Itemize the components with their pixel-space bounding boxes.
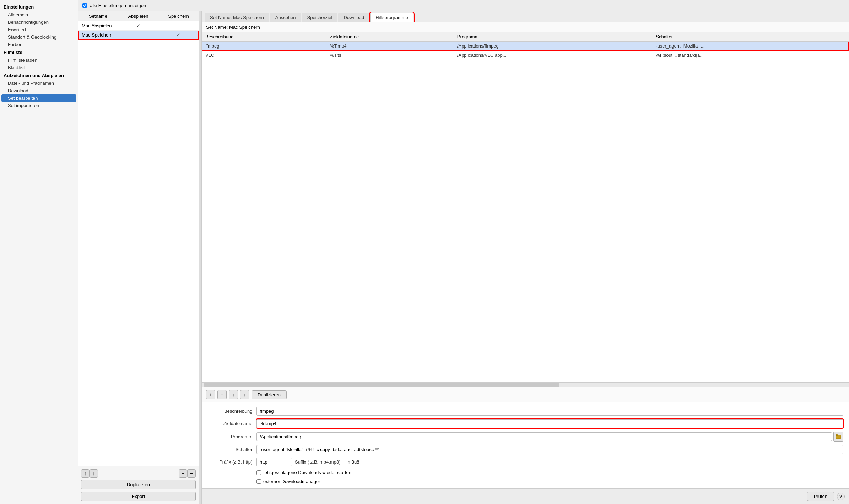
top-bar: alle Einstellungen anzeigen bbox=[78, 0, 849, 11]
set-row-mac-abspielen[interactable]: Mac Abspielen ✓ bbox=[78, 21, 199, 31]
show-all-settings-label: alle Einstellungen anzeigen bbox=[90, 3, 146, 8]
sidebar-item-set-bearbeiten[interactable]: Set bearbeiten bbox=[1, 94, 76, 102]
checkbox-row-external-manager: externer Downloadmanager bbox=[207, 479, 843, 484]
sidebar-item-farben[interactable]: Farben bbox=[0, 41, 78, 48]
sets-down-button[interactable]: ↓ bbox=[90, 469, 98, 478]
programm-label: Programm: bbox=[207, 434, 254, 439]
help-button[interactable]: ? bbox=[837, 493, 845, 500]
sets-col-abspielen: Abspielen bbox=[118, 11, 158, 21]
helper-table: Beschreibung Zieldateiname Programm Scha… bbox=[202, 32, 849, 60]
svg-rect-1 bbox=[836, 435, 838, 436]
cell-schalter: -user_agent "Mozilla" ... bbox=[652, 42, 849, 51]
set-name-cell: Mac Speichern bbox=[78, 31, 118, 39]
table-row-vlc[interactable]: VLC %T.ts /Applications/VLC.app... %f :s… bbox=[202, 51, 849, 60]
sets-export-button[interactable]: Export bbox=[81, 492, 196, 501]
sidebar-item-blacklist[interactable]: Blacklist bbox=[0, 64, 78, 71]
zieldateiname-label: Zieldateiname: bbox=[207, 421, 254, 426]
tab-speicherziel[interactable]: Speicherziel bbox=[302, 13, 338, 22]
failed-downloads-label: fehlgeschlagene Downloads wieder starten bbox=[263, 470, 351, 475]
sets-up-button[interactable]: ↑ bbox=[81, 469, 90, 478]
sidebar-item-erweitert[interactable]: Erweitert bbox=[0, 26, 78, 33]
cell-beschreibung: VLC bbox=[202, 51, 326, 60]
set-abspielen-cell bbox=[118, 31, 158, 39]
cell-zieldateiname: %T.mp4 bbox=[326, 42, 454, 51]
sidebar-item-benachrichtigungen[interactable]: Benachrichtigungen bbox=[0, 18, 78, 26]
right-pane: Set Name: Mac Speichern Aussehen Speiche… bbox=[202, 11, 849, 504]
sidebar-section-filmliste: Filmliste bbox=[0, 48, 78, 56]
schalter-label: Schalter: bbox=[207, 447, 254, 452]
schalter-input[interactable] bbox=[256, 445, 843, 454]
set-speichern-cell: ✓ bbox=[158, 31, 199, 39]
content-area: Set Name: Mac Speichern Beschreibung Zie… bbox=[202, 22, 849, 504]
programm-input-group bbox=[256, 432, 843, 442]
beschreibung-input[interactable] bbox=[256, 407, 843, 416]
form-row-zieldateiname: Zieldateiname: bbox=[207, 419, 843, 428]
main-area: alle Einstellungen anzeigen Setname Absp… bbox=[78, 0, 849, 504]
col-beschreibung: Beschreibung bbox=[202, 32, 326, 42]
col-zieldateiname: Zieldateiname bbox=[326, 32, 454, 42]
form-row-programm: Programm: bbox=[207, 432, 843, 442]
sets-col-speichern: Speichern bbox=[158, 11, 199, 21]
sidebar-item-allgemein[interactable]: Allgemein bbox=[0, 11, 78, 18]
show-all-settings-checkbox[interactable] bbox=[82, 3, 87, 8]
sets-duplizieren-button[interactable]: Duplizieren bbox=[81, 480, 196, 489]
add-helper-button[interactable]: + bbox=[206, 390, 215, 399]
tab-aussehen[interactable]: Aussehen bbox=[270, 13, 301, 22]
set-name-cell: Mac Abspielen bbox=[78, 21, 118, 30]
sets-add-button[interactable]: + bbox=[179, 469, 187, 478]
sidebar-item-standort[interactable]: Standort & Geoblocking bbox=[0, 33, 78, 41]
cell-zieldateiname: %T.ts bbox=[326, 51, 454, 60]
set-abspielen-cell: ✓ bbox=[118, 21, 158, 30]
sidebar: Einstellungen Allgemein Benachrichtigung… bbox=[0, 0, 78, 504]
sets-col-setname: Setname bbox=[78, 11, 118, 21]
form-row-schalter: Schalter: bbox=[207, 445, 843, 454]
form-area: Beschreibung: Zieldateiname: Programm: bbox=[202, 402, 849, 488]
sidebar-item-download[interactable]: Download bbox=[0, 87, 78, 94]
table-row-ffmpeg[interactable]: ffmpeg %T.mp4 /Applications/ffmpeg -user… bbox=[202, 42, 849, 51]
suffix-label: Suffix ( z.B. mp4,mp3): bbox=[295, 459, 342, 465]
pane-divider: ⋮ bbox=[199, 11, 202, 504]
sets-list: Mac Abspielen ✓ Mac Speichern ✓ bbox=[78, 21, 199, 466]
sets-remove-button[interactable]: − bbox=[187, 469, 196, 478]
cell-beschreibung: ffmpeg bbox=[202, 42, 326, 51]
beschreibung-label: Beschreibung: bbox=[207, 409, 254, 414]
move-up-helper-button[interactable]: ↑ bbox=[229, 390, 238, 399]
helper-table-container: Beschreibung Zieldateiname Programm Scha… bbox=[202, 32, 849, 382]
cell-programm: /Applications/ffmpeg bbox=[454, 42, 652, 51]
action-row: + − ↑ ↓ Duplizieren bbox=[202, 387, 849, 402]
scrollbar-thumb bbox=[204, 383, 559, 388]
form-row-beschreibung: Beschreibung: bbox=[207, 407, 843, 416]
set-row-mac-speichern[interactable]: Mac Speichern ✓ bbox=[78, 31, 199, 40]
sidebar-item-filmliste-laden[interactable]: Filmliste laden bbox=[0, 56, 78, 64]
col-schalter: Schalter bbox=[652, 32, 849, 42]
pruefen-button[interactable]: Prüfen bbox=[807, 492, 834, 501]
tab-hilfsprogramme[interactable]: Hilfsprogramme bbox=[370, 13, 413, 22]
bottom-bar: Prüfen ? bbox=[202, 488, 849, 504]
sidebar-item-datei-pfadnamen[interactable]: Datei- und Pfadnamen bbox=[0, 80, 78, 87]
horizontal-scrollbar[interactable] bbox=[202, 382, 849, 387]
remove-helper-button[interactable]: − bbox=[217, 390, 227, 399]
failed-downloads-checkbox[interactable] bbox=[256, 470, 261, 475]
sets-bottom: ↑ ↓ + − Duplizieren Export bbox=[78, 466, 199, 504]
checkbox-row-failed-downloads: fehlgeschlagene Downloads wieder starten bbox=[207, 470, 843, 475]
move-down-helper-button[interactable]: ↓ bbox=[240, 390, 249, 399]
suffix-row: Suffix ( z.B. mp4,mp3): bbox=[295, 458, 369, 466]
sidebar-section-aufzeichnen: Aufzeichnen und Abspielen bbox=[0, 71, 78, 80]
programm-input[interactable] bbox=[256, 432, 832, 441]
set-name-content-header: Set Name: Mac Speichern bbox=[202, 22, 849, 32]
external-manager-checkbox[interactable] bbox=[256, 479, 261, 484]
tab-set-name[interactable]: Set Name: Mac Speichern bbox=[205, 13, 269, 22]
praefix-input[interactable] bbox=[256, 458, 292, 466]
suffix-input[interactable] bbox=[345, 458, 369, 466]
form-row-praefix-suffix: Präfix (z.B. http): Suffix ( z.B. mp4,mp… bbox=[207, 458, 843, 466]
sets-header: Setname Abspielen Speichern bbox=[78, 11, 199, 21]
zieldateiname-input[interactable] bbox=[256, 419, 843, 428]
tab-download[interactable]: Download bbox=[338, 13, 369, 22]
programm-folder-button[interactable] bbox=[833, 432, 843, 442]
sets-pane: Setname Abspielen Speichern Mac Abspiele… bbox=[78, 11, 199, 504]
sets-bottom-nav-row: ↑ ↓ + − bbox=[81, 469, 196, 478]
external-manager-label: externer Downloadmanager bbox=[263, 479, 320, 484]
duplizieren-helper-button[interactable]: Duplizieren bbox=[252, 390, 287, 399]
sidebar-section-einstellungen: Einstellungen bbox=[0, 3, 78, 11]
sidebar-item-set-importieren[interactable]: Set importieren bbox=[0, 102, 78, 109]
